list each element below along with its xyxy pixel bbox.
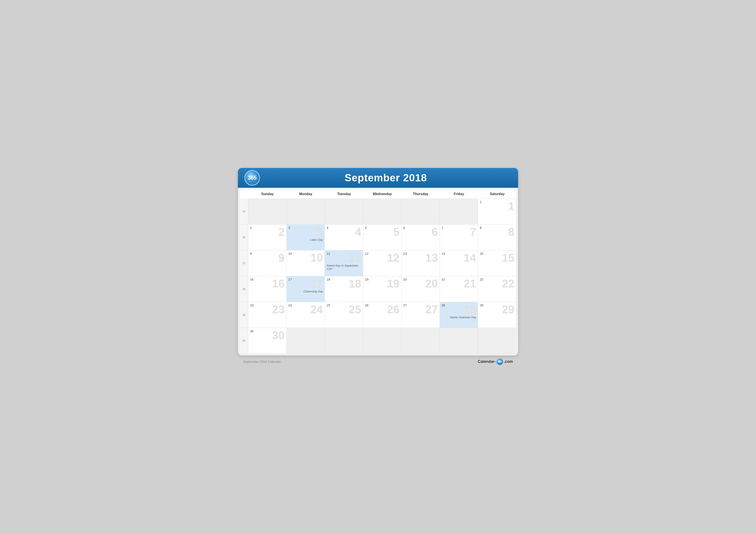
week-num-1: 36 (240, 225, 248, 250)
date-num-27: 27 (403, 303, 438, 307)
cal-cell-w3-d5: 2121 (440, 276, 478, 302)
date-num-16: 16 (250, 278, 285, 281)
cal-cell-w0-d2 (325, 199, 363, 225)
holiday-label-3: Labor Day (288, 238, 323, 242)
cal-cell-w5-d6 (478, 328, 516, 354)
day-header-tue: Tuesday (325, 190, 363, 199)
logo-circle: 365 (244, 170, 260, 186)
cal-cell-w2-d6: 1515 (478, 250, 516, 276)
cal-cell-w1-d6: 88 (478, 225, 516, 250)
cal-cell-w1-d0: 22 (248, 225, 286, 250)
cal-cell-w4-d0: 2323 (248, 302, 286, 328)
cal-cell-w4-d6: 2929 (478, 302, 516, 328)
calendar-header: 365 September 2018 (238, 168, 518, 188)
date-num-18: 18 (327, 278, 361, 281)
date-num-17: 17 (288, 278, 323, 281)
date-num-13: 13 (403, 252, 438, 255)
cal-cell-w5-d0: 3030 (248, 328, 286, 354)
date-num-29: 29 (480, 303, 514, 307)
day-header-mon: Monday (286, 190, 325, 199)
holiday-label-11: Patriot Day or September 11th (327, 264, 361, 270)
calendar-body: Sunday Monday Tuesday Wednesday Thursday… (240, 190, 516, 354)
date-num-4: 4 (327, 226, 361, 230)
date-num-5: 5 (365, 226, 399, 230)
cal-cell-w1-d3: 55 (363, 225, 401, 250)
cal-cell-w0-d1 (286, 199, 325, 225)
week-num-4: 39 (240, 302, 248, 328)
date-num-15: 15 (480, 252, 514, 255)
week-num-header-empty (240, 190, 248, 199)
cal-cell-w4-d1: 2424 (286, 302, 325, 328)
footer-brand-circle: 365 (497, 359, 503, 365)
cal-cell-w2-d3: 1212 (363, 250, 401, 276)
cal-cell-w1-d4: 66 (401, 225, 440, 250)
cal-cell-w5-d3 (363, 328, 401, 354)
cal-cell-w5-d2 (325, 328, 363, 354)
cal-cell-w1-d5: 77 (440, 225, 478, 250)
cal-cell-w0-d4 (401, 199, 440, 225)
week-num-3: 38 (240, 276, 248, 302)
cal-cell-w2-d1: 1010 (286, 250, 325, 276)
date-num-10: 10 (288, 252, 323, 255)
cal-cell-w0-d5 (440, 199, 478, 225)
day-header-wed: Wednesday (363, 190, 401, 199)
footer-caption: September 2018 Calendar (243, 360, 281, 364)
week-num-0: 35 (240, 199, 248, 225)
header-title: September 2018 (260, 172, 512, 184)
date-num-28: 28 (442, 303, 476, 307)
footer-logo: Calendar- 365 .com (478, 359, 513, 365)
cal-cell-w4-d3: 2626 (363, 302, 401, 328)
cal-cell-w3-d6: 2222 (478, 276, 516, 302)
day-header-fri: Friday (440, 190, 478, 199)
cal-cell-w4-d5: 2828Native American Day (440, 302, 478, 328)
cal-cell-w2-d2: 1111Patriot Day or September 11th (325, 250, 363, 276)
date-num-1: 1 (480, 200, 514, 204)
day-headers: Sunday Monday Tuesday Wednesday Thursday… (240, 190, 516, 199)
cal-cell-w5-d4 (401, 328, 440, 354)
holiday-label-28: Native American Day (442, 316, 476, 319)
date-num-11: 11 (327, 252, 361, 255)
date-num-30: 30 (250, 329, 285, 333)
date-num-22: 22 (480, 278, 514, 281)
calendar-grid: 3511362233Labor Day445566778837991010111… (240, 199, 516, 354)
date-num-24: 24 (288, 303, 323, 307)
date-num-25: 25 (327, 303, 361, 307)
date-num-19: 19 (365, 278, 399, 281)
date-num-3: 3 (288, 226, 323, 230)
date-num-7: 7 (442, 226, 476, 230)
footer: September 2018 Calendar Calendar- 365 .c… (238, 355, 518, 366)
week-num-2: 37 (240, 250, 248, 276)
cal-cell-w3-d2: 1818 (325, 276, 363, 302)
footer-brand-text: Calendar- (478, 359, 496, 364)
cal-cell-w5-d5 (440, 328, 478, 354)
date-num-8: 8 (480, 226, 514, 230)
cal-cell-w3-d3: 1919 (363, 276, 401, 302)
date-num-2: 2 (250, 226, 285, 230)
cal-cell-w0-d6: 11 (478, 199, 516, 225)
day-header-sun: Sunday (248, 190, 286, 199)
page-wrapper: 365 September 2018 Sunday Monday Tuesday… (238, 168, 518, 366)
date-num-14: 14 (442, 252, 476, 255)
calendar-container: 365 September 2018 Sunday Monday Tuesday… (238, 168, 518, 355)
cal-cell-w4-d4: 2727 (401, 302, 440, 328)
footer-brand-suffix: .com (504, 359, 513, 364)
cal-cell-w3-d1: 1717Citizenship Day (286, 276, 325, 302)
cal-cell-w4-d2: 2525 (325, 302, 363, 328)
holiday-label-17: Citizenship Day (288, 290, 323, 293)
cal-cell-w0-d3 (363, 199, 401, 225)
cal-cell-w3-d4: 2020 (401, 276, 440, 302)
cal-cell-w0-d0 (248, 199, 286, 225)
week-num-5: 40 (240, 328, 248, 354)
cal-cell-w5-d1 (286, 328, 325, 354)
cal-cell-w1-d2: 44 (325, 225, 363, 250)
date-num-26: 26 (365, 303, 399, 307)
cal-cell-w2-d5: 1414 (440, 250, 478, 276)
cal-cell-w3-d0: 1616 (248, 276, 286, 302)
date-num-9: 9 (250, 252, 285, 255)
day-header-thu: Thursday (401, 190, 440, 199)
cal-cell-w2-d4: 1313 (401, 250, 440, 276)
day-header-sat: Saturday (478, 190, 516, 199)
date-num-12: 12 (365, 252, 399, 255)
date-num-21: 21 (442, 278, 476, 281)
date-num-23: 23 (250, 303, 285, 307)
